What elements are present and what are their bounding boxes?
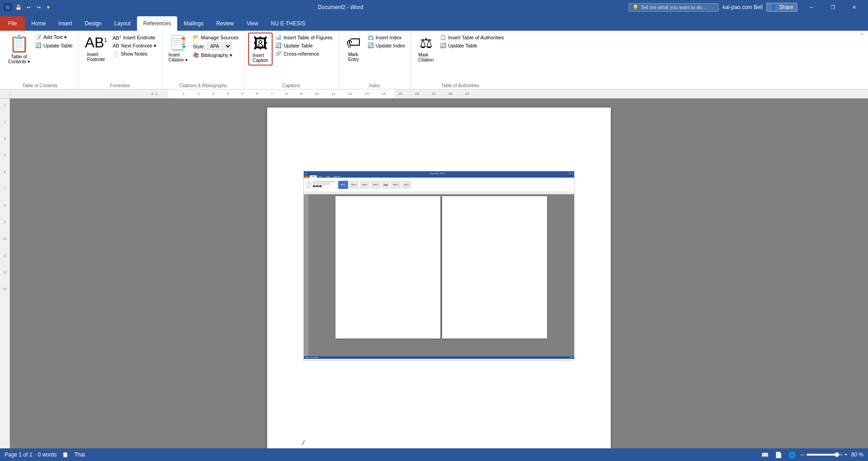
group-footnotes: AB1 InsertFootnote AB1 Insert Endnote AB… — [79, 31, 162, 89]
next-footnote-button[interactable]: AB Next Footnote ▾ — [111, 42, 158, 50]
cross-reference-button[interactable]: 🔗 Cross-reference — [274, 50, 335, 57]
quick-access-toolbar: 💾 ↩ ↪ ▾ — [14, 3, 52, 11]
tab-nu-ethesis[interactable]: NU E-THESIS — [264, 16, 311, 31]
index-group-content: 🏷 MarkEntry 📇 Insert Index 🔄 Update Inde… — [342, 33, 407, 82]
insert-endnote-button[interactable]: AB1 Insert Endnote — [111, 33, 158, 42]
insert-caption-button[interactable]: 🖼 InsertCaption — [248, 33, 273, 66]
title-right: 💡 Tell me what you want to do... kai-pao… — [628, 0, 864, 14]
update-table-toc-icon: 🔄 — [35, 42, 42, 48]
tell-me-search[interactable]: 💡 Tell me what you want to do... — [628, 3, 719, 12]
mini-insert-tab: Insert — [317, 175, 324, 178]
ruler-mark: 9 — [4, 220, 5, 224]
tab-home[interactable]: Home — [25, 16, 52, 31]
mark-entry-button[interactable]: 🏷 MarkEntry — [342, 33, 365, 64]
mini-controls: ─ ❐ ✕ — [567, 172, 573, 174]
tab-mailings[interactable]: Mailings — [177, 16, 210, 31]
content-area[interactable]: W Document2 - Word ─ ❐ ✕ File Home Inser… — [10, 99, 868, 448]
tab-design[interactable]: Design — [78, 16, 108, 31]
status-right: 📖 📄 🌐 ─ + 80 % — [760, 450, 863, 460]
group-index: 🏷 MarkEntry 📇 Insert Index 🔄 Update Inde… — [339, 31, 411, 89]
collapse-ribbon-button[interactable]: ⌃ — [860, 31, 866, 89]
update-index-button[interactable]: 🔄 Update Index — [366, 42, 407, 49]
ruler-mark: 8 — [4, 203, 5, 207]
zoom-out-icon[interactable]: ─ — [801, 452, 805, 458]
insert-toa-icon: 📋 — [440, 34, 446, 40]
save-button[interactable]: 💾 — [14, 3, 23, 11]
restore-button[interactable]: ❐ — [822, 0, 843, 14]
tab-view[interactable]: View — [241, 16, 265, 31]
insert-footnote-icon: AB1 — [85, 34, 107, 51]
user-name: kai-pao.com Bell — [722, 4, 763, 10]
document-title: Document2 - Word — [52, 4, 628, 10]
bibliography-icon: 📚 — [193, 52, 199, 58]
update-table-cap-icon: 🔄 — [275, 42, 282, 48]
tab-references[interactable]: References — [137, 16, 177, 31]
table-of-contents-button[interactable]: 📋 Table ofContents ▾ — [5, 33, 33, 66]
insert-footnote-button[interactable]: AB1 InsertFootnote — [82, 33, 110, 64]
insert-citation-button[interactable]: 📑 InsertCitation ▾ — [166, 33, 190, 64]
toc-icon: 📋 — [9, 34, 29, 53]
share-button[interactable]: 👤 Share — [766, 3, 797, 12]
zoom-bar-fill — [807, 454, 835, 456]
mini-word-icon: W — [305, 172, 307, 174]
insert-table-of-figures-button[interactable]: 📊 Insert Table of Figures — [274, 33, 335, 41]
style-dropdown[interactable]: APA MLA Chicago — [207, 42, 232, 50]
zoom-bar[interactable] — [807, 454, 843, 456]
minimize-button[interactable]: ─ — [801, 0, 822, 14]
cross-ref-icon: 🔗 — [275, 51, 282, 56]
show-notes-icon: 📄 — [113, 51, 119, 57]
lightbulb-icon: 💡 — [632, 5, 639, 10]
insert-caption-icon: 🖼 — [253, 35, 268, 52]
tab-review[interactable]: Review — [210, 16, 240, 31]
cross-ref-label: Cross-reference — [283, 51, 319, 56]
tab-layout[interactable]: Layout — [108, 16, 137, 31]
toa-group-content: ⚖ MarkCitation 📋 Insert Table of Authori… — [415, 33, 505, 82]
update-table-auth-button[interactable]: 🔄 Update Table — [438, 42, 505, 49]
language[interactable]: Thai — [74, 452, 85, 458]
group-citations: 📑 InsertCitation ▾ 📂 Manage Sources Styl… — [162, 31, 245, 89]
bibliography-button[interactable]: 📚 Bibliography ▾ — [191, 52, 241, 59]
mark-citation-button[interactable]: ⚖ MarkCitation — [415, 33, 437, 64]
undo-button[interactable]: ↩ — [24, 3, 33, 11]
insert-footnote-label: InsertFootnote — [87, 52, 105, 62]
title-bar: W 💾 ↩ ↪ ▾ Document2 - Word 💡 Tell me wha… — [0, 0, 868, 14]
print-layout-button[interactable]: 📄 — [774, 450, 783, 460]
zoom-in-icon[interactable]: + — [844, 452, 848, 458]
zoom-slider[interactable]: ─ + — [801, 452, 848, 458]
mini-statusbar: Page 1 of 1 | 0 words 80% — [304, 356, 574, 359]
style-select[interactable]: Style: APA MLA Chicago — [191, 42, 241, 51]
group-table-of-contents: 📋 Table ofContents ▾ 📝 Add Text ▾ 🔄 Upda… — [2, 31, 79, 89]
tab-file[interactable]: File — [0, 16, 25, 31]
update-table-toc-button[interactable]: 🔄 Update Table — [33, 42, 75, 49]
insert-index-button[interactable]: 📇 Insert Index — [366, 33, 407, 41]
page-cursor: / — [302, 439, 304, 447]
tab-insert[interactable]: Insert — [52, 16, 78, 31]
zoom-thumb[interactable] — [835, 452, 839, 457]
show-notes-button[interactable]: 📄 Show Notes — [111, 50, 158, 58]
collapse-icon: ⌃ — [860, 33, 864, 39]
customize-qa-button[interactable]: ▾ — [44, 3, 52, 11]
proofing-icon[interactable]: 📋 — [62, 452, 69, 458]
search-placeholder: Tell me what you want to do... — [641, 5, 706, 10]
mini-file-tab: File — [304, 175, 310, 178]
share-icon: 👤 — [770, 4, 777, 10]
insert-table-authorities-button[interactable]: 📋 Insert Table of Authorities — [438, 33, 505, 41]
ruler-mark: 6 — [4, 170, 5, 174]
manage-sources-icon: 📂 — [193, 34, 199, 40]
toc-sub-buttons: 📝 Add Text ▾ 🔄 Update Table — [33, 33, 75, 49]
add-text-button[interactable]: 📝 Add Text ▾ — [33, 33, 75, 41]
zoom-level[interactable]: 80 % — [851, 452, 863, 458]
mark-entry-label: MarkEntry — [348, 52, 359, 62]
redo-button[interactable]: ↪ — [34, 3, 42, 11]
group-captions: 🖼 InsertCaption 📊 Insert Table of Figure… — [245, 31, 339, 89]
toa-group-label: Table of Authorities — [415, 82, 505, 88]
read-mode-button[interactable]: 📖 — [760, 450, 770, 460]
update-index-label: Update Index — [376, 43, 405, 48]
page-info: Page 1 of 1 — [5, 452, 32, 458]
close-button[interactable]: ✕ — [844, 0, 864, 14]
update-table-captions-button[interactable]: 🔄 Update Table — [274, 42, 335, 49]
manage-sources-button[interactable]: 📂 Manage Sources — [191, 33, 241, 41]
insert-caption-label: InsertCaption — [253, 53, 268, 63]
web-layout-button[interactable]: 🌐 — [787, 450, 797, 460]
document-page: W Document2 - Word ─ ❐ ✕ File Home Inser… — [267, 108, 611, 448]
